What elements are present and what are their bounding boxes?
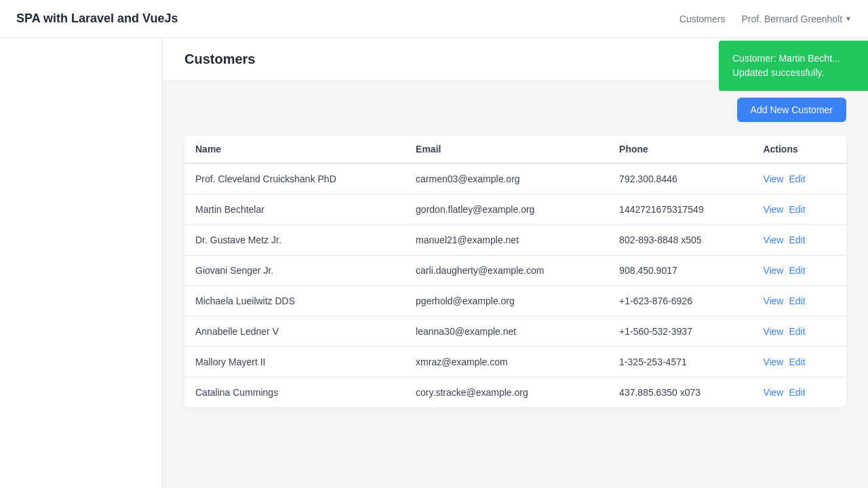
cell-phone: 792.300.8446 bbox=[608, 163, 752, 195]
table-row: Annabelle Ledner Vleanna30@example.net+1… bbox=[184, 317, 846, 347]
customers-table: Name Email Phone Actions Prof. Cleveland… bbox=[184, 136, 846, 407]
table-row: Mallory Mayert IIxmraz@example.com1-325-… bbox=[184, 347, 846, 378]
sidebar bbox=[0, 38, 163, 488]
view-link[interactable]: View bbox=[763, 357, 783, 367]
cell-actions: ViewEdit bbox=[752, 225, 846, 256]
cell-email: manuel21@example.net bbox=[405, 225, 608, 256]
edit-link[interactable]: Edit bbox=[789, 387, 805, 398]
cell-actions: ViewEdit bbox=[752, 378, 846, 408]
toolbar: Add New Customer bbox=[184, 98, 846, 122]
cell-email: gordon.flatley@example.org bbox=[405, 195, 608, 225]
table-header: Name Email Phone Actions bbox=[184, 136, 846, 163]
cell-actions: ViewEdit bbox=[752, 163, 846, 195]
cell-name: Giovani Senger Jr. bbox=[184, 256, 405, 286]
col-name: Name bbox=[184, 136, 405, 163]
navbar-right: Customers Prof. Bernard Greenholt bbox=[679, 14, 852, 24]
table-row: Catalina Cummingscory.stracke@example.or… bbox=[184, 378, 846, 408]
view-link[interactable]: View bbox=[763, 204, 783, 215]
cell-name: Catalina Cummings bbox=[184, 378, 405, 408]
cell-phone: 437.885.6350 x073 bbox=[608, 378, 752, 408]
cell-email: carmen03@example.org bbox=[405, 163, 608, 195]
cell-email: pgerhold@example.org bbox=[405, 286, 608, 317]
view-link[interactable]: View bbox=[763, 326, 783, 337]
table-row: Dr. Gustave Metz Jr.manuel21@example.net… bbox=[184, 225, 846, 256]
app-title: SPA with Laravel and VueJs bbox=[16, 12, 178, 26]
cell-name: Michaela Lueilwitz DDS bbox=[184, 286, 405, 317]
edit-link[interactable]: Edit bbox=[789, 235, 805, 245]
toast-notification: Customer: Martin Becht... Updated succes… bbox=[719, 41, 868, 91]
user-name: Prof. Bernard Greenholt bbox=[741, 14, 842, 24]
col-email: Email bbox=[405, 136, 608, 163]
edit-link[interactable]: Edit bbox=[789, 326, 805, 337]
cell-actions: ViewEdit bbox=[752, 317, 846, 347]
cell-name: Annabelle Ledner V bbox=[184, 317, 405, 347]
table-body: Prof. Cleveland Cruickshank PhDcarmen03@… bbox=[184, 163, 846, 407]
cell-phone: 908.450.9017 bbox=[608, 256, 752, 286]
cell-actions: ViewEdit bbox=[752, 256, 846, 286]
nav-customers-link[interactable]: Customers bbox=[679, 14, 726, 24]
view-link[interactable]: View bbox=[763, 296, 783, 306]
table-row: Prof. Cleveland Cruickshank PhDcarmen03@… bbox=[184, 163, 846, 195]
cell-phone: +1-623-876-6926 bbox=[608, 286, 752, 317]
view-link[interactable]: View bbox=[763, 174, 783, 184]
cell-phone: +1-560-532-3937 bbox=[608, 317, 752, 347]
cell-name: Mallory Mayert II bbox=[184, 347, 405, 378]
table-row: Giovani Senger Jr.carli.daugherty@exampl… bbox=[184, 256, 846, 286]
toast-line2: Updated successfully. bbox=[732, 66, 854, 80]
cell-email: xmraz@example.com bbox=[405, 347, 608, 378]
page-body: Add New Customer Name Email Phone Action… bbox=[163, 81, 868, 424]
view-link[interactable]: View bbox=[763, 265, 783, 276]
edit-link[interactable]: Edit bbox=[789, 357, 805, 367]
edit-link[interactable]: Edit bbox=[789, 265, 805, 276]
cell-phone: 1442721675317549 bbox=[608, 195, 752, 225]
cell-name: Prof. Cleveland Cruickshank PhD bbox=[184, 163, 405, 195]
cell-name: Martin Bechtelar bbox=[184, 195, 405, 225]
toast-line1: Customer: Martin Becht... bbox=[732, 52, 854, 66]
cell-phone: 802-893-8848 x505 bbox=[608, 225, 752, 256]
cell-name: Dr. Gustave Metz Jr. bbox=[184, 225, 405, 256]
edit-link[interactable]: Edit bbox=[789, 174, 805, 184]
cell-actions: ViewEdit bbox=[752, 286, 846, 317]
navbar: SPA with Laravel and VueJs Customers Pro… bbox=[0, 0, 868, 38]
user-menu[interactable]: Prof. Bernard Greenholt bbox=[741, 14, 852, 24]
col-actions: Actions bbox=[752, 136, 846, 163]
edit-link[interactable]: Edit bbox=[789, 204, 805, 215]
table-row: Martin Bechtelargordon.flatley@example.o… bbox=[184, 195, 846, 225]
table-row: Michaela Lueilwitz DDSpgerhold@example.o… bbox=[184, 286, 846, 317]
add-customer-button[interactable]: Add New Customer bbox=[737, 98, 846, 122]
content-area: Customers Add New Customer Name Email Ph… bbox=[163, 38, 868, 488]
edit-link[interactable]: Edit bbox=[789, 296, 805, 306]
cell-email: carli.daugherty@example.com bbox=[405, 256, 608, 286]
cell-email: leanna30@example.net bbox=[405, 317, 608, 347]
view-link[interactable]: View bbox=[763, 235, 783, 245]
cell-email: cory.stracke@example.org bbox=[405, 378, 608, 408]
view-link[interactable]: View bbox=[763, 387, 783, 398]
cell-actions: ViewEdit bbox=[752, 195, 846, 225]
main-layout: Customers Add New Customer Name Email Ph… bbox=[0, 38, 868, 488]
col-phone: Phone bbox=[608, 136, 752, 163]
cell-actions: ViewEdit bbox=[752, 347, 846, 378]
cell-phone: 1-325-253-4571 bbox=[608, 347, 752, 378]
